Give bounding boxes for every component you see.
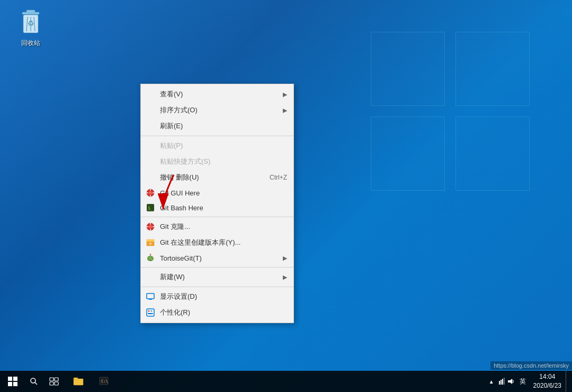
svg-point-29 — [150, 254, 151, 255]
svg-rect-51 — [504, 378, 505, 385]
desktop: ♻ 回收站 查看(V) ▶ 排序方式(O) ▶ 刷新(E) 粘贴(P) 粘贴快捷… — [0, 0, 572, 392]
menu-item-git-gui[interactable]: Git GUI Here — [141, 185, 293, 200]
git-clone-icon — [145, 221, 156, 232]
menu-item-personalize-label: 个性化(R) — [160, 308, 190, 317]
systray-show-hidden-button[interactable]: ▲ — [487, 379, 496, 385]
svg-point-26 — [148, 256, 149, 257]
menu-item-display-label: 显示设置(D) — [160, 292, 197, 301]
recycle-bin-graphic: ♻ — [18, 9, 43, 37]
menu-item-view[interactable]: 查看(V) ▶ — [141, 86, 293, 102]
windows-logo-decoration — [371, 32, 530, 191]
recycle-bin-label: 回收站 — [21, 39, 40, 48]
menu-separator-4 — [141, 287, 293, 287]
svg-point-16 — [149, 225, 152, 228]
taskbar-terminal[interactable]: C:\_ — [91, 371, 117, 392]
svg-rect-22 — [147, 239, 154, 242]
menu-separator-3 — [141, 267, 293, 268]
search-button[interactable] — [25, 371, 42, 392]
menu-item-sort-label: 排序方式(O) — [160, 105, 198, 115]
svg-line-39 — [35, 382, 37, 385]
menu-item-tortoisegit[interactable]: TortoiseGit(T) ▶ — [141, 251, 293, 265]
menu-item-git-clone-label: Git 克隆... — [160, 222, 190, 231]
menu-item-new[interactable]: 新建(W) ▶ — [141, 269, 293, 285]
menu-item-git-gui-label: Git GUI Here — [160, 189, 200, 197]
menu-item-undo-shortcut: Ctrl+Z — [270, 174, 287, 181]
svg-rect-49 — [501, 380, 502, 385]
svg-rect-45 — [74, 378, 78, 380]
systray-language[interactable]: 英 — [516, 377, 529, 386]
start-button[interactable] — [0, 371, 25, 392]
svg-text:$_: $_ — [148, 206, 153, 211]
menu-item-display[interactable]: 显示设置(D) — [141, 289, 293, 305]
svg-rect-50 — [502, 379, 503, 385]
menu-arrow-tortoisegit: ▶ — [283, 255, 287, 262]
menu-arrow-new: ▶ — [283, 274, 287, 281]
menu-item-tortoisegit-label: TortoiseGit(T) — [160, 254, 202, 262]
svg-rect-36 — [148, 313, 153, 314]
search-icon — [30, 377, 38, 386]
systray-icons[interactable] — [496, 378, 516, 385]
menu-arrow-view: ▶ — [283, 91, 287, 98]
menu-item-git-clone[interactable]: Git 克隆... — [141, 219, 293, 235]
personalize-icon — [145, 307, 156, 318]
show-desktop-button[interactable] — [566, 371, 570, 392]
network-icon — [498, 378, 506, 385]
menu-separator-2 — [141, 217, 293, 217]
git-bash-icon: $_ — [145, 202, 156, 213]
file-explorer-icon — [73, 376, 84, 386]
svg-point-34 — [148, 310, 150, 312]
svg-rect-43 — [55, 382, 58, 385]
taskbar-file-explorer[interactable] — [66, 371, 91, 392]
menu-item-personalize[interactable]: 个性化(R) — [141, 305, 293, 320]
volume-icon — [507, 378, 514, 385]
svg-rect-30 — [147, 293, 154, 299]
menu-item-paste[interactable]: 粘贴(P) — [141, 138, 293, 154]
svg-rect-33 — [147, 309, 154, 316]
context-menu: 查看(V) ▶ 排序方式(O) ▶ 刷新(E) 粘贴(P) 粘贴快捷方式(S) … — [140, 84, 294, 323]
menu-item-undo-label: 撤销 删除(U) — [160, 173, 199, 182]
clock-time: 14:04 — [539, 372, 555, 381]
task-view-button[interactable] — [42, 371, 66, 392]
svg-rect-1 — [26, 10, 35, 13]
taskbar: C:\_ ▲ 英 — [0, 371, 572, 392]
svg-point-23 — [149, 243, 151, 245]
menu-item-git-bash[interactable]: $_ Git Bash Here — [141, 200, 293, 215]
menu-item-refresh[interactable]: 刷新(E) — [141, 118, 293, 134]
svg-text:C:\_: C:\_ — [101, 379, 109, 384]
menu-item-git-create-label: Git 在这里创建版本库(Y)... — [160, 238, 240, 247]
svg-point-8 — [149, 191, 152, 194]
menu-item-git-bash-label: Git Bash Here — [160, 204, 203, 212]
menu-separator-1 — [141, 136, 293, 136]
systray-clock[interactable]: 14:04 2020/6/23 — [529, 371, 566, 392]
menu-arrow-sort: ▶ — [283, 107, 287, 114]
menu-item-view-label: 查看(V) — [160, 90, 183, 99]
watermark: https://blog.csdn.net/lemirsky — [490, 361, 572, 370]
svg-rect-42 — [50, 382, 53, 385]
svg-point-38 — [31, 378, 35, 383]
start-icon — [8, 377, 17, 386]
menu-item-paste-label: 粘贴(P) — [160, 141, 183, 150]
svg-point-35 — [151, 310, 153, 312]
terminal-icon: C:\_ — [99, 377, 109, 385]
display-icon — [145, 291, 156, 302]
system-tray: ▲ 英 14:04 2020/6/23 — [485, 371, 572, 392]
recycle-bin-icon[interactable]: ♻ 回收站 — [11, 6, 51, 50]
tortoisegit-icon — [145, 253, 156, 263]
menu-item-paste-shortcut-label: 粘贴快捷方式(S) — [160, 157, 210, 166]
svg-marker-52 — [508, 379, 512, 384]
menu-item-new-label: 新建(W) — [160, 272, 185, 282]
svg-point-27 — [151, 256, 153, 257]
menu-item-git-create[interactable]: Git 在这里创建版本库(Y)... — [141, 235, 293, 251]
menu-item-paste-shortcut[interactable]: 粘贴快捷方式(S) — [141, 154, 293, 170]
svg-text:♻: ♻ — [28, 19, 34, 28]
menu-item-sort[interactable]: 排序方式(O) ▶ — [141, 102, 293, 118]
svg-rect-41 — [55, 378, 58, 381]
menu-item-undo[interactable]: 撤销 删除(U) Ctrl+Z — [141, 170, 293, 185]
svg-rect-40 — [50, 378, 53, 381]
menu-item-refresh-label: 刷新(E) — [160, 121, 183, 131]
svg-rect-48 — [499, 381, 500, 385]
git-gui-icon — [145, 188, 156, 198]
git-create-icon — [145, 237, 156, 248]
task-view-icon — [49, 377, 59, 386]
clock-date: 2020/6/23 — [533, 381, 561, 390]
